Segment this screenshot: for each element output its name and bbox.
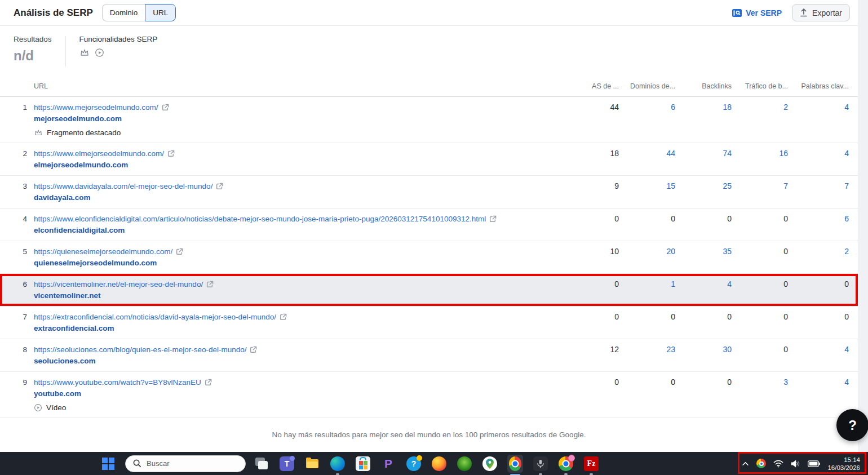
chevron-up-icon[interactable] bbox=[742, 461, 749, 466]
metric-keywords[interactable]: 7 bbox=[788, 180, 849, 203]
metric-traffic[interactable]: 7 bbox=[732, 180, 788, 203]
metric-backlinks[interactable]: 18 bbox=[675, 101, 732, 138]
result-position: 5 bbox=[0, 246, 27, 269]
external-link-icon[interactable] bbox=[176, 248, 183, 255]
p-app-button[interactable]: P bbox=[380, 455, 396, 473]
result-url-link[interactable]: https://vicentemoliner.net/el-mejor-seo-… bbox=[34, 278, 203, 290]
result-domain-link[interactable]: davidayala.com bbox=[34, 192, 91, 203]
metric-backlinks[interactable]: 25 bbox=[675, 180, 732, 203]
export-button[interactable]: Exportar bbox=[792, 4, 850, 21]
table-body: 1 https://www.mejorseodelmundo.com/ mejo… bbox=[0, 97, 858, 418]
table-row: 1 https://www.mejorseodelmundo.com/ mejo… bbox=[0, 97, 858, 143]
metric-as: 9 bbox=[569, 180, 619, 203]
result-position: 2 bbox=[0, 148, 27, 171]
metric-domains[interactable]: 20 bbox=[619, 246, 675, 269]
metric-domains[interactable]: 23 bbox=[619, 344, 675, 367]
wifi-icon[interactable] bbox=[773, 460, 783, 468]
metric-as: 0 bbox=[569, 376, 619, 413]
result-url-link[interactable]: https://extraconfidencial.com/noticias/d… bbox=[34, 311, 276, 323]
metric-backlinks: 0 bbox=[675, 311, 732, 334]
result-url-link[interactable]: https://www.davidayala.com/el-mejor-seo-… bbox=[34, 180, 212, 192]
result-domain-link[interactable]: mejorseodelmundo.com bbox=[34, 113, 122, 125]
metric-traffic: 0 bbox=[732, 344, 788, 367]
column-header[interactable]: Tráfico de b... bbox=[732, 82, 788, 90]
result-domain-link[interactable]: youtube.com bbox=[34, 388, 81, 399]
maps-button[interactable] bbox=[482, 455, 498, 473]
edge-button[interactable] bbox=[330, 455, 346, 473]
column-header[interactable]: AS de ... bbox=[569, 82, 619, 90]
metric-backlinks[interactable]: 35 bbox=[675, 246, 732, 269]
result-url-link[interactable]: https://www.elmejorseodelmundo.com/ bbox=[34, 148, 164, 159]
help-button[interactable]: ? bbox=[836, 409, 868, 441]
metric-backlinks[interactable]: 74 bbox=[675, 148, 732, 171]
metric-traffic[interactable]: 3 bbox=[732, 376, 788, 413]
external-link-icon[interactable] bbox=[216, 183, 223, 190]
metric-domains[interactable]: 44 bbox=[619, 148, 675, 171]
question-app-button[interactable]: ? bbox=[406, 455, 422, 473]
filezilla-button[interactable]: Fz bbox=[583, 455, 599, 473]
metric-keywords[interactable]: 6 bbox=[788, 213, 849, 236]
result-url-link[interactable]: https://seoluciones.com/blog/quien-es-el… bbox=[34, 344, 246, 356]
video-icon[interactable] bbox=[95, 48, 104, 60]
taskbar-clock[interactable]: 15:14 16/03/2026 bbox=[827, 456, 860, 472]
metric-keywords[interactable]: 4 bbox=[788, 101, 849, 138]
question-app-icon: ? bbox=[406, 456, 421, 471]
result-domain-link[interactable]: seoluciones.com bbox=[34, 356, 96, 367]
metric-traffic: 0 bbox=[732, 246, 788, 269]
result-domain-link[interactable]: extraconfidencial.com bbox=[34, 323, 114, 334]
results-stat: Resultados n/d bbox=[14, 35, 52, 64]
column-header[interactable]: Backlinks bbox=[675, 82, 732, 90]
external-link-icon[interactable] bbox=[250, 346, 257, 353]
store-button[interactable] bbox=[355, 455, 371, 473]
metric-backlinks[interactable]: 4 bbox=[675, 278, 732, 301]
metric-domains[interactable]: 1 bbox=[619, 278, 675, 301]
start-button[interactable] bbox=[100, 455, 116, 473]
voice-recorder-button[interactable] bbox=[533, 455, 548, 473]
metric-domains[interactable]: 15 bbox=[619, 180, 675, 203]
metric-traffic[interactable]: 2 bbox=[732, 101, 788, 138]
metric-backlinks: 0 bbox=[675, 213, 732, 236]
metric-domains[interactable]: 6 bbox=[619, 101, 675, 138]
result-domain-link[interactable]: vicentemoliner.net bbox=[34, 290, 101, 301]
column-header[interactable]: Dominios de... bbox=[619, 82, 675, 90]
featured-snippet-crown-icon[interactable] bbox=[79, 48, 90, 60]
external-link-icon[interactable] bbox=[162, 104, 169, 111]
metric-keywords[interactable]: 2 bbox=[788, 246, 849, 269]
teams-button[interactable]: T bbox=[279, 455, 295, 473]
firefox-button[interactable] bbox=[431, 455, 447, 473]
p-app-icon: P bbox=[381, 456, 396, 471]
column-header[interactable]: Palabras clav... bbox=[788, 82, 849, 90]
external-link-icon[interactable] bbox=[167, 150, 175, 157]
result-url-link[interactable]: https://www.youtube.com/watch?v=BY8vlNza… bbox=[34, 376, 201, 388]
toggle-url-button[interactable]: URL bbox=[145, 4, 176, 21]
result-url-link[interactable]: https://quieneselmejorseodelmundo.com/ bbox=[34, 246, 172, 258]
result-domain-link[interactable]: elconfidencialdigital.com bbox=[34, 225, 125, 236]
chrome-profile-button[interactable] bbox=[558, 455, 574, 473]
taskbar-search[interactable]: Buscar bbox=[125, 455, 246, 472]
chrome-tray-icon[interactable] bbox=[756, 459, 766, 468]
volume-icon[interactable] bbox=[791, 460, 800, 468]
chrome-active-button[interactable] bbox=[507, 455, 523, 473]
result-domain-link[interactable]: elmejorseodelmundo.com bbox=[34, 159, 128, 171]
battery-icon[interactable] bbox=[808, 460, 820, 467]
ver-serp-link[interactable]: Ver SERP bbox=[732, 8, 782, 17]
external-link-icon[interactable] bbox=[205, 379, 212, 386]
external-link-icon[interactable] bbox=[489, 215, 497, 223]
result-position: 6 bbox=[0, 278, 27, 301]
result-domain-link[interactable]: quieneselmejorseodelmundo.com bbox=[34, 258, 157, 269]
table-row: 4 https://www.elconfidencialdigital.com/… bbox=[0, 208, 858, 241]
external-link-icon[interactable] bbox=[206, 281, 214, 288]
table-header-row: URLAS de ...Dominios de...BacklinksTráfi… bbox=[0, 76, 858, 97]
metric-keywords[interactable]: 4 bbox=[788, 344, 849, 367]
metric-traffic[interactable]: 16 bbox=[732, 148, 788, 171]
task-view-button[interactable] bbox=[254, 455, 269, 473]
metric-backlinks[interactable]: 30 bbox=[675, 344, 732, 367]
metric-keywords[interactable]: 4 bbox=[788, 376, 849, 413]
result-url-link[interactable]: https://www.elconfidencialdigital.com/ar… bbox=[34, 213, 486, 225]
file-explorer-button[interactable] bbox=[304, 455, 320, 473]
toggle-dominio-button[interactable]: Dominio bbox=[102, 4, 145, 21]
result-url-link[interactable]: https://www.mejorseodelmundo.com/ bbox=[34, 101, 158, 113]
green-app-button[interactable] bbox=[457, 455, 472, 473]
metric-keywords[interactable]: 4 bbox=[788, 148, 849, 171]
external-link-icon[interactable] bbox=[280, 313, 287, 321]
